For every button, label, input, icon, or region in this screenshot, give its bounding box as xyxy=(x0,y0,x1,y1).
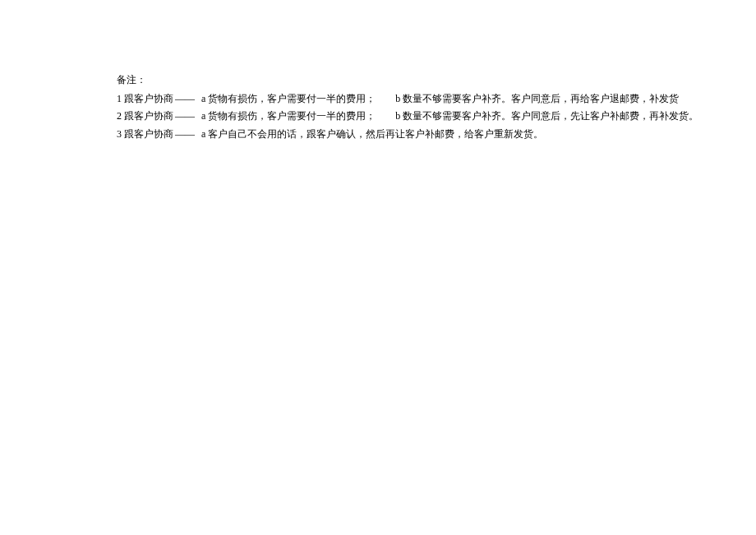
line-prefix: 3 跟客户协商 xyxy=(117,127,173,142)
line-part-a: a 客户自己不会用的话，跟客户确认，然后再让客户补邮费，给客户重新发货。 xyxy=(201,127,543,142)
note-line-2: 2 跟客户协商 —— a 货物有损伤，客户需要付一半的费用； b 数量不够需要客… xyxy=(117,108,723,124)
line-prefix: 2 跟客户协商 xyxy=(117,108,173,124)
line-part-b: b 数量不够需要客户补齐。客户同意后，再给客户退邮费，补发货 xyxy=(395,91,679,107)
line-dash: —— xyxy=(175,91,195,107)
line-dash: —— xyxy=(175,127,195,142)
line-gap xyxy=(376,91,395,107)
line-dash: —— xyxy=(175,108,195,124)
document-content: 备注： 1 跟客户协商 —— a 货物有损伤，客户需要付一半的费用； b 数量不… xyxy=(117,72,723,144)
line-part-a: a 货物有损伤，客户需要付一半的费用； xyxy=(201,91,376,107)
note-line-1: 1 跟客户协商 —— a 货物有损伤，客户需要付一半的费用； b 数量不够需要客… xyxy=(117,91,723,107)
line-prefix: 1 跟客户协商 xyxy=(117,91,173,107)
note-line-3: 3 跟客户协商 —— a 客户自己不会用的话，跟客户确认，然后再让客户补邮费，给… xyxy=(117,127,723,142)
line-part-a: a 货物有损伤，客户需要付一半的费用； xyxy=(201,108,376,124)
notes-header: 备注： xyxy=(117,72,723,88)
line-gap xyxy=(376,108,395,124)
line-part-b: b 数量不够需要客户补齐。客户同意后，先让客户补邮费，再补发货。 xyxy=(395,108,698,124)
